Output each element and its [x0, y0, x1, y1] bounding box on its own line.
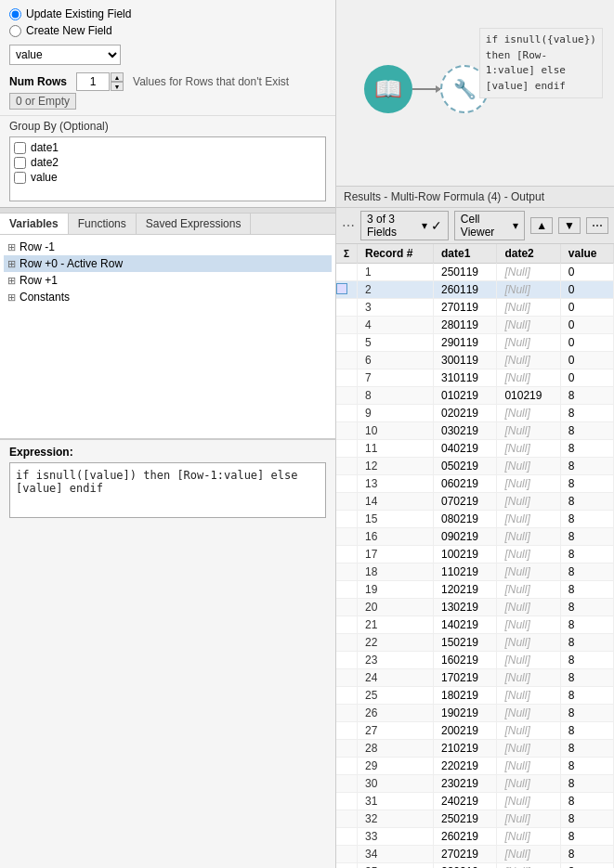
table-row[interactable]: 16090219[Null]8 [336, 528, 614, 546]
table-row[interactable]: 13060219[Null]8 [336, 475, 614, 493]
cell-date2: [Null] [497, 528, 560, 546]
workflow-nodes: 📖 🔧 [364, 65, 489, 113]
cell-date1: 090219 [433, 528, 496, 546]
table-row[interactable]: 14070219[Null]8 [336, 493, 614, 511]
table-row[interactable]: 22150219[Null]8 [336, 634, 614, 652]
cell-record: 27 [358, 722, 434, 740]
table-row[interactable]: 28210219[Null]8 [336, 740, 614, 758]
table-row[interactable]: 5290119[Null]0 [336, 334, 614, 352]
cell-value: 8 [560, 458, 613, 475]
tree-row-constants[interactable]: ⊞ Constants [4, 289, 332, 305]
cell-date2: [Null] [497, 687, 560, 705]
table-row[interactable]: 24170219[Null]8 [336, 669, 614, 687]
table-row[interactable]: 34270219[Null]8 [336, 846, 614, 863]
tree-row-minus1[interactable]: ⊞ Row -1 [4, 239, 332, 255]
update-field-label: Update Existing Field [26, 7, 131, 20]
table-row[interactable]: 6300119[Null]0 [336, 352, 614, 369]
row-indicator [336, 740, 358, 758]
table-row[interactable]: 7310119[Null]0 [336, 369, 614, 387]
tab-saved-expressions[interactable]: Saved Expressions [137, 214, 252, 234]
results-table-wrap: Σ Record # date1 date2 value 1250119[Nul… [336, 244, 614, 868]
table-row[interactable]: 25180219[Null]8 [336, 687, 614, 705]
groupby-check-date2[interactable] [14, 157, 26, 169]
spinner-up[interactable]: ▲ [111, 72, 124, 82]
table-row[interactable]: 80102190102198 [336, 387, 614, 405]
table-row[interactable]: 20130219[Null]8 [336, 599, 614, 616]
table-row[interactable]: 35280219[Null]8 [336, 863, 614, 869]
cell-value: 8 [560, 581, 613, 599]
th-value[interactable]: value [560, 244, 613, 264]
table-row[interactable]: 12050219[Null]8 [336, 458, 614, 475]
cell-date2: [Null] [497, 775, 560, 793]
table-row[interactable]: 15080219[Null]8 [336, 511, 614, 528]
table-row[interactable]: 29220219[Null]8 [336, 758, 614, 775]
cell-record: 11 [358, 440, 434, 458]
table-row[interactable]: 11040219[Null]8 [336, 440, 614, 458]
th-date2[interactable]: date2 [497, 244, 560, 264]
table-row[interactable]: 10030219[Null]8 [336, 422, 614, 440]
cell-date1: 070219 [433, 493, 496, 511]
field-select[interactable]: value date1 date2 [9, 45, 121, 65]
cell-record: 25 [358, 687, 434, 705]
row-indicator [336, 687, 358, 705]
row-indicator [336, 634, 358, 652]
table-row[interactable]: 23160219[Null]8 [336, 652, 614, 669]
row-indicator [336, 369, 358, 387]
num-rows-input[interactable] [76, 72, 110, 91]
th-date1[interactable]: date1 [433, 244, 496, 264]
tree-row-active[interactable]: ⊞ Row +0 - Active Row [4, 255, 332, 272]
cell-record: 8 [358, 387, 434, 405]
groupby-check-date1[interactable] [14, 142, 26, 154]
table-row[interactable]: 19120219[Null]8 [336, 581, 614, 599]
row-indicator [336, 317, 358, 334]
cell-date1: 030219 [433, 422, 496, 440]
cell-date1: 190219 [433, 705, 496, 722]
groupby-check-value[interactable] [14, 172, 26, 184]
table-row[interactable]: 18110219[Null]8 [336, 564, 614, 581]
cell-viewer-badge[interactable]: Cell Viewer ▾ [454, 211, 525, 240]
th-record[interactable]: Record # [358, 244, 434, 264]
sort-up-button[interactable]: ▲ [530, 217, 553, 234]
cell-date1: 250119 [433, 264, 496, 281]
table-row[interactable]: 1250119[Null]0 [336, 264, 614, 281]
cell-value: 8 [560, 846, 613, 863]
table-row[interactable]: 2260119[Null]0 [336, 281, 614, 299]
cell-date2: [Null] [497, 405, 560, 422]
cell-record: 33 [358, 828, 434, 846]
row-indicator [336, 758, 358, 775]
vars-tree: ⊞ Row -1 ⊞ Row +0 - Active Row ⊞ Row +1 … [0, 235, 335, 439]
fields-badge[interactable]: 3 of 3 Fields ▾ ✓ [360, 211, 449, 240]
cell-date2: [Null] [497, 264, 560, 281]
table-row[interactable]: 33260219[Null]8 [336, 828, 614, 846]
expression-box[interactable]: if isnull([value]) then [Row-1:value] el… [9, 462, 326, 518]
tab-functions[interactable]: Functions [69, 214, 137, 234]
table-row[interactable]: 17100219[Null]8 [336, 546, 614, 564]
toolbar-dots[interactable]: ⋯ [342, 218, 355, 233]
cell-value: 0 [560, 299, 613, 317]
table-row[interactable]: 3270119[Null]0 [336, 299, 614, 317]
row-indicator [336, 475, 358, 493]
cell-date1: 260119 [433, 281, 496, 299]
more-button[interactable]: ⋯ [586, 217, 608, 234]
create-field-radio[interactable] [9, 25, 21, 37]
table-row[interactable]: 26190219[Null]8 [336, 705, 614, 722]
table-row[interactable]: 21140219[Null]8 [336, 616, 614, 634]
table-row[interactable]: 9020219[Null]8 [336, 405, 614, 422]
cell-date2: [Null] [497, 758, 560, 775]
groupby-section: Group By (Optional) date1 date2 value [0, 116, 335, 207]
tree-row-plus1[interactable]: ⊞ Row +1 [4, 272, 332, 289]
tab-variables[interactable]: Variables [0, 214, 69, 234]
check-icon: ✓ [431, 218, 442, 233]
cell-date2: [Null] [497, 546, 560, 564]
row-indicator [336, 440, 358, 458]
table-row[interactable]: 30230219[Null]8 [336, 775, 614, 793]
table-row[interactable]: 31240219[Null]8 [336, 793, 614, 810]
update-field-radio[interactable] [9, 8, 21, 20]
table-row[interactable]: 32250219[Null]8 [336, 810, 614, 828]
sort-down-button[interactable]: ▼ [558, 217, 581, 234]
cell-date1: 210219 [433, 740, 496, 758]
node-book[interactable]: 📖 [364, 65, 412, 113]
table-row[interactable]: 27200219[Null]8 [336, 722, 614, 740]
spinner-down[interactable]: ▼ [111, 82, 124, 91]
table-row[interactable]: 4280119[Null]0 [336, 317, 614, 334]
